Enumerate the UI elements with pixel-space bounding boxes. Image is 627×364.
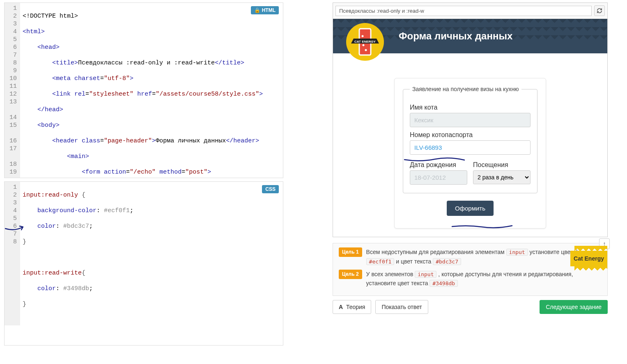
preview-page-header: CAT ENERGY Форма личных данных: [333, 19, 607, 53]
html-gutter: 12345678910111213141516171819: [5, 3, 20, 178]
select-visits[interactable]: 2 раза в день: [473, 170, 531, 184]
code-pill: input: [415, 271, 436, 278]
goal-1: Цель 1 Всем недоступным для редактирован…: [339, 247, 602, 266]
goal-1-text: Всем недоступным для редактирования элем…: [366, 247, 602, 266]
goal-1-badge: Цель 1: [339, 247, 362, 257]
annotation-underline-2: [451, 224, 513, 230]
css-code[interactable]: input:read-only { background-color: #ecf…: [20, 182, 136, 325]
label-passport: Номер котопаспорта: [410, 131, 531, 139]
css-badge: CSS: [262, 185, 279, 193]
decor-zigzag: [574, 266, 607, 270]
reload-button[interactable]: [594, 5, 605, 16]
label-name: Имя кота: [410, 104, 531, 111]
decor-zigzag: [574, 246, 607, 251]
svg-point-4: [363, 44, 365, 46]
css-badge-label: CSS: [265, 186, 276, 192]
html-code[interactable]: <!DOCTYPE html> <html> <head> <title>Псе…: [20, 3, 276, 178]
input-passport[interactable]: [410, 140, 531, 155]
legend: Заявление на получение визы на кухню: [410, 86, 521, 92]
css-gutter: 12345678: [5, 182, 20, 325]
goals-panel: ↑ Cat Energy Цель 1 Всем недоступным для…: [333, 243, 608, 296]
svg-point-5: [365, 49, 367, 51]
theory-button[interactable]: A Теория: [333, 300, 371, 314]
preview-header-title: Форма личных данных: [399, 30, 512, 41]
goal-2: Цель 2 У всех элементов input , которые …: [339, 270, 602, 288]
goal-2-text: У всех элементов input , которые доступн…: [366, 270, 602, 288]
bottom-buttons: A Теория Показать ответ Следующее задани…: [333, 300, 608, 314]
cat-energy-tab: Cat Energy: [570, 251, 607, 266]
address-bar[interactable]: Псевдоклассы :read-only и :read-w: [335, 6, 592, 16]
code-pill: #bdc3c7: [433, 258, 461, 265]
next-task-button[interactable]: Следующее задание: [540, 300, 608, 314]
fieldset: Заявление на получение визы на кухню Имя…: [403, 86, 537, 193]
show-answer-button[interactable]: Показать ответ: [375, 300, 428, 314]
css-editor[interactable]: CSS 12345678 input:read-only { backgroun…: [4, 181, 283, 346]
annotation-underline-1: [404, 157, 465, 163]
svg-point-2: [362, 35, 364, 37]
code-pill: #3498db: [429, 280, 458, 287]
code-pill: #ecf0f1: [366, 258, 395, 265]
input-name[interactable]: [410, 113, 531, 127]
preview-toolbar: Псевдоклассы :read-only и :read-w: [333, 3, 607, 19]
goal-2-badge: Цель 2: [339, 270, 362, 279]
form-card: Заявление на получение визы на кухню Имя…: [394, 78, 546, 229]
lock-icon: 🔒: [254, 7, 260, 13]
html-editor[interactable]: 🔒 HTML 12345678910111213141516171819 <!D…: [4, 2, 283, 178]
code-pill: input: [506, 249, 528, 256]
input-dob[interactable]: [410, 170, 467, 185]
cat-energy-logo: CAT ENERGY: [345, 22, 385, 62]
html-badge-label: HTML: [262, 7, 276, 13]
label-visits: Посещения: [473, 161, 531, 169]
html-badge: 🔒 HTML: [251, 6, 279, 14]
preview-pane: Псевдоклассы :read-only и :read-w: [333, 2, 608, 237]
reload-icon: [597, 8, 602, 14]
svg-text:CAT ENERGY: CAT ENERGY: [354, 40, 376, 43]
submit-button[interactable]: Оформить: [447, 201, 494, 216]
